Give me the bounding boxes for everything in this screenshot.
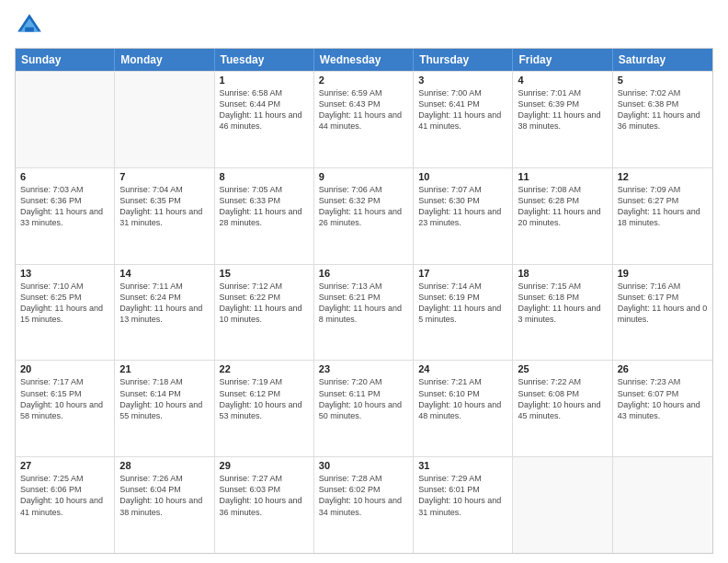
cell-info: Sunrise: 7:14 AM Sunset: 6:19 PM Dayligh… bbox=[418, 281, 507, 326]
cell-info: Sunrise: 7:21 AM Sunset: 6:10 PM Dayligh… bbox=[418, 376, 507, 421]
day-cell-13: 13Sunrise: 7:10 AM Sunset: 6:25 PM Dayli… bbox=[16, 265, 115, 361]
day-cell-6: 6Sunrise: 7:03 AM Sunset: 6:36 PM Daylig… bbox=[16, 168, 115, 264]
day-cell-17: 17Sunrise: 7:14 AM Sunset: 6:19 PM Dayli… bbox=[414, 265, 513, 361]
cell-info: Sunrise: 7:20 AM Sunset: 6:11 PM Dayligh… bbox=[319, 376, 408, 421]
logo bbox=[15, 11, 48, 40]
day-cell-24: 24Sunrise: 7:21 AM Sunset: 6:10 PM Dayli… bbox=[414, 361, 513, 456]
day-number: 1 bbox=[220, 75, 309, 86]
day-number: 25 bbox=[518, 363, 607, 374]
cell-info: Sunrise: 7:06 AM Sunset: 6:32 PM Dayligh… bbox=[319, 184, 408, 229]
empty-cell bbox=[613, 457, 712, 553]
cell-info: Sunrise: 7:28 AM Sunset: 6:02 PM Dayligh… bbox=[319, 473, 408, 518]
day-cell-23: 23Sunrise: 7:20 AM Sunset: 6:11 PM Dayli… bbox=[314, 361, 414, 456]
day-cell-11: 11Sunrise: 7:08 AM Sunset: 6:28 PM Dayli… bbox=[513, 168, 612, 264]
day-cell-15: 15Sunrise: 7:12 AM Sunset: 6:22 PM Dayli… bbox=[215, 265, 314, 361]
cell-info: Sunrise: 7:09 AM Sunset: 6:27 PM Dayligh… bbox=[618, 184, 708, 229]
day-number: 28 bbox=[119, 460, 209, 471]
header-day-monday: Monday bbox=[115, 49, 214, 71]
day-number: 15 bbox=[220, 268, 309, 279]
day-number: 3 bbox=[418, 75, 507, 86]
day-cell-20: 20Sunrise: 7:17 AM Sunset: 6:15 PM Dayli… bbox=[16, 361, 115, 456]
header-day-wednesday: Wednesday bbox=[314, 49, 414, 71]
day-cell-8: 8Sunrise: 7:05 AM Sunset: 6:33 PM Daylig… bbox=[215, 168, 314, 264]
day-cell-25: 25Sunrise: 7:22 AM Sunset: 6:08 PM Dayli… bbox=[513, 361, 612, 456]
week-row-2: 13Sunrise: 7:10 AM Sunset: 6:25 PM Dayli… bbox=[16, 264, 712, 361]
page: SundayMondayTuesdayWednesdayThursdayFrid… bbox=[0, 0, 728, 563]
day-cell-9: 9Sunrise: 7:06 AM Sunset: 6:32 PM Daylig… bbox=[314, 168, 414, 264]
day-number: 17 bbox=[418, 268, 507, 279]
header-day-thursday: Thursday bbox=[414, 49, 513, 71]
day-cell-1: 1Sunrise: 6:58 AM Sunset: 6:44 PM Daylig… bbox=[215, 72, 314, 167]
day-cell-7: 7Sunrise: 7:04 AM Sunset: 6:35 PM Daylig… bbox=[115, 168, 214, 264]
week-row-0: 1Sunrise: 6:58 AM Sunset: 6:44 PM Daylig… bbox=[16, 71, 712, 167]
cell-info: Sunrise: 7:29 AM Sunset: 6:01 PM Dayligh… bbox=[418, 473, 507, 518]
cell-info: Sunrise: 7:17 AM Sunset: 6:15 PM Dayligh… bbox=[20, 376, 109, 421]
day-number: 14 bbox=[119, 268, 209, 279]
cell-info: Sunrise: 7:22 AM Sunset: 6:08 PM Dayligh… bbox=[518, 376, 607, 421]
cell-info: Sunrise: 7:02 AM Sunset: 6:38 PM Dayligh… bbox=[618, 87, 708, 132]
day-number: 24 bbox=[418, 363, 507, 374]
cell-info: Sunrise: 7:01 AM Sunset: 6:39 PM Dayligh… bbox=[518, 87, 607, 132]
cell-info: Sunrise: 7:12 AM Sunset: 6:22 PM Dayligh… bbox=[220, 281, 309, 326]
cell-info: Sunrise: 7:19 AM Sunset: 6:12 PM Dayligh… bbox=[220, 376, 309, 421]
day-cell-14: 14Sunrise: 7:11 AM Sunset: 6:24 PM Dayli… bbox=[115, 265, 214, 361]
day-number: 5 bbox=[618, 75, 708, 86]
cell-info: Sunrise: 7:00 AM Sunset: 6:41 PM Dayligh… bbox=[418, 87, 507, 132]
day-cell-12: 12Sunrise: 7:09 AM Sunset: 6:27 PM Dayli… bbox=[613, 168, 712, 264]
header-day-tuesday: Tuesday bbox=[215, 49, 314, 71]
day-number: 27 bbox=[20, 460, 109, 471]
day-cell-19: 19Sunrise: 7:16 AM Sunset: 6:17 PM Dayli… bbox=[613, 265, 712, 361]
day-number: 13 bbox=[20, 268, 109, 279]
cell-info: Sunrise: 7:27 AM Sunset: 6:03 PM Dayligh… bbox=[220, 473, 309, 518]
cell-info: Sunrise: 7:15 AM Sunset: 6:18 PM Dayligh… bbox=[518, 281, 607, 326]
day-cell-3: 3Sunrise: 7:00 AM Sunset: 6:41 PM Daylig… bbox=[414, 72, 513, 167]
day-cell-27: 27Sunrise: 7:25 AM Sunset: 6:06 PM Dayli… bbox=[16, 457, 115, 553]
cell-info: Sunrise: 7:23 AM Sunset: 6:07 PM Dayligh… bbox=[618, 376, 708, 421]
day-number: 6 bbox=[20, 171, 109, 182]
day-number: 20 bbox=[20, 363, 109, 374]
day-number: 7 bbox=[119, 171, 209, 182]
cell-info: Sunrise: 7:13 AM Sunset: 6:21 PM Dayligh… bbox=[319, 281, 408, 326]
cell-info: Sunrise: 7:25 AM Sunset: 6:06 PM Dayligh… bbox=[20, 473, 109, 518]
cell-info: Sunrise: 7:07 AM Sunset: 6:30 PM Dayligh… bbox=[418, 184, 507, 229]
week-row-1: 6Sunrise: 7:03 AM Sunset: 6:36 PM Daylig… bbox=[16, 167, 712, 264]
header bbox=[15, 11, 713, 40]
header-day-saturday: Saturday bbox=[613, 49, 712, 71]
calendar-body: 1Sunrise: 6:58 AM Sunset: 6:44 PM Daylig… bbox=[16, 71, 712, 553]
day-number: 30 bbox=[319, 460, 408, 471]
empty-cell bbox=[513, 457, 612, 553]
day-cell-18: 18Sunrise: 7:15 AM Sunset: 6:18 PM Dayli… bbox=[513, 265, 612, 361]
day-number: 4 bbox=[518, 75, 607, 86]
calendar-header: SundayMondayTuesdayWednesdayThursdayFrid… bbox=[16, 49, 712, 71]
day-number: 12 bbox=[618, 171, 708, 182]
cell-info: Sunrise: 7:10 AM Sunset: 6:25 PM Dayligh… bbox=[20, 281, 109, 326]
day-number: 26 bbox=[618, 363, 708, 374]
day-number: 21 bbox=[119, 363, 209, 374]
empty-cell bbox=[16, 72, 115, 167]
day-number: 31 bbox=[418, 460, 507, 471]
svg-rect-2 bbox=[25, 28, 34, 32]
day-cell-16: 16Sunrise: 7:13 AM Sunset: 6:21 PM Dayli… bbox=[314, 265, 414, 361]
day-number: 8 bbox=[220, 171, 309, 182]
day-cell-2: 2Sunrise: 6:59 AM Sunset: 6:43 PM Daylig… bbox=[314, 72, 414, 167]
cell-info: Sunrise: 7:18 AM Sunset: 6:14 PM Dayligh… bbox=[119, 376, 209, 421]
calendar: SundayMondayTuesdayWednesdayThursdayFrid… bbox=[15, 48, 713, 554]
day-number: 9 bbox=[319, 171, 408, 182]
day-cell-5: 5Sunrise: 7:02 AM Sunset: 6:38 PM Daylig… bbox=[613, 72, 712, 167]
cell-info: Sunrise: 7:05 AM Sunset: 6:33 PM Dayligh… bbox=[220, 184, 309, 229]
week-row-4: 27Sunrise: 7:25 AM Sunset: 6:06 PM Dayli… bbox=[16, 456, 712, 553]
cell-info: Sunrise: 7:16 AM Sunset: 6:17 PM Dayligh… bbox=[618, 281, 708, 326]
cell-info: Sunrise: 7:11 AM Sunset: 6:24 PM Dayligh… bbox=[119, 281, 209, 326]
day-number: 11 bbox=[518, 171, 607, 182]
day-number: 18 bbox=[518, 268, 607, 279]
day-number: 22 bbox=[220, 363, 309, 374]
day-cell-4: 4Sunrise: 7:01 AM Sunset: 6:39 PM Daylig… bbox=[513, 72, 612, 167]
day-cell-10: 10Sunrise: 7:07 AM Sunset: 6:30 PM Dayli… bbox=[414, 168, 513, 264]
day-number: 10 bbox=[418, 171, 507, 182]
day-number: 2 bbox=[319, 75, 408, 86]
day-number: 23 bbox=[319, 363, 408, 374]
logo-icon bbox=[15, 11, 44, 40]
day-cell-29: 29Sunrise: 7:27 AM Sunset: 6:03 PM Dayli… bbox=[215, 457, 314, 553]
day-cell-21: 21Sunrise: 7:18 AM Sunset: 6:14 PM Dayli… bbox=[115, 361, 214, 456]
cell-info: Sunrise: 7:08 AM Sunset: 6:28 PM Dayligh… bbox=[518, 184, 607, 229]
